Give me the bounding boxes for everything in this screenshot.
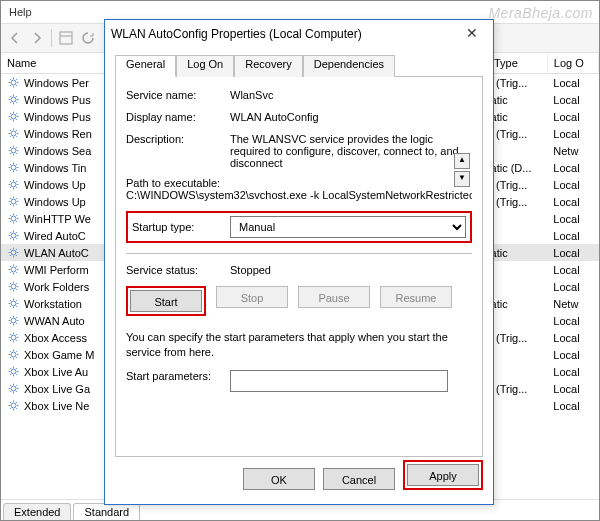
cell-name: Wired AutoC: [1, 227, 121, 244]
label-service-status: Service status:: [126, 264, 224, 276]
gear-icon: [7, 195, 20, 208]
svg-point-15: [11, 250, 16, 255]
menu-help[interactable]: Help: [9, 6, 32, 18]
cell-logon: Local: [547, 261, 598, 278]
col-logon-as[interactable]: Log O: [547, 53, 598, 74]
value-service-name: WlanSvc: [230, 89, 273, 101]
forward-icon[interactable]: [29, 30, 45, 46]
gear-icon: [7, 297, 20, 310]
start-params-note: You can specify the start parameters tha…: [126, 330, 472, 360]
gear-icon: [7, 229, 20, 242]
dialog-bottom-buttons: OK Cancel Apply: [243, 460, 483, 498]
cell-name: WMI Perform: [1, 261, 121, 278]
cell-name: Xbox Live Ne: [1, 397, 121, 414]
col-name[interactable]: Name: [1, 53, 121, 74]
properties-icon[interactable]: [58, 30, 74, 46]
gear-icon: [7, 382, 20, 395]
cell-logon: Local: [547, 244, 598, 261]
tab-extended[interactable]: Extended: [3, 503, 71, 520]
cell-name: WLAN AutoC: [1, 244, 121, 261]
dialog-titlebar[interactable]: WLAN AutoConfig Properties (Local Comput…: [105, 20, 493, 48]
tab-general[interactable]: General: [115, 55, 176, 77]
gear-icon: [7, 127, 20, 140]
gear-icon: [7, 280, 20, 293]
svg-point-22: [11, 369, 16, 374]
value-description: The WLANSVC service provides the logic r…: [230, 133, 460, 167]
startup-type-select[interactable]: Manual: [230, 216, 466, 238]
value-display-name: WLAN AutoConfig: [230, 111, 319, 123]
resume-button: Resume: [380, 286, 452, 308]
tab-dependencies[interactable]: Dependencies: [303, 55, 395, 77]
cell-logon: Local: [547, 329, 598, 346]
gear-icon: [7, 263, 20, 276]
gear-icon: [7, 161, 20, 174]
cell-logon: Local: [547, 108, 598, 125]
scroll-up-icon[interactable]: ▲: [454, 153, 470, 169]
description-scrollbar[interactable]: ▲ ▼: [454, 153, 468, 187]
cell-logon: Local: [547, 176, 598, 193]
cell-logon: Local: [547, 193, 598, 210]
cell-name: Windows Per: [1, 74, 121, 92]
cell-logon: Local: [547, 346, 598, 363]
cell-name: Windows Pus: [1, 91, 121, 108]
cell-name: Workstation: [1, 295, 121, 312]
label-startup-type: Startup type:: [132, 221, 230, 233]
svg-point-12: [11, 199, 16, 204]
cell-logon: Local: [547, 227, 598, 244]
cell-logon: Local: [547, 312, 598, 329]
svg-point-24: [11, 403, 16, 408]
cell-name: WWAN Auto: [1, 312, 121, 329]
value-service-status: Stopped: [230, 264, 271, 276]
highlight-startup-type: Startup type: Manual: [126, 211, 472, 243]
gear-icon: [7, 144, 20, 157]
svg-point-21: [11, 352, 16, 357]
gear-icon: [7, 178, 20, 191]
start-params-input[interactable]: [230, 370, 448, 392]
cell-name: WinHTTP We: [1, 210, 121, 227]
gear-icon: [7, 246, 20, 259]
tab-standard[interactable]: Standard: [73, 503, 140, 520]
label-description: Description:: [126, 133, 224, 145]
cell-logon: Local: [547, 74, 598, 92]
tab-recovery[interactable]: Recovery: [234, 55, 302, 77]
cell-logon: Local: [547, 210, 598, 227]
apply-button[interactable]: Apply: [407, 464, 479, 486]
start-button[interactable]: Start: [130, 290, 202, 312]
svg-point-7: [11, 114, 16, 119]
gear-icon: [7, 348, 20, 361]
back-icon[interactable]: [7, 30, 23, 46]
label-path: Path to executable:: [126, 177, 472, 189]
cell-name: Work Folders: [1, 278, 121, 295]
service-control-buttons: Start Stop Pause Resume: [126, 286, 472, 324]
cell-name: Windows Tin: [1, 159, 121, 176]
cell-name: Windows Ren: [1, 125, 121, 142]
stop-button: Stop: [216, 286, 288, 308]
cell-name: Xbox Live Ga: [1, 380, 121, 397]
cell-logon: Local: [547, 91, 598, 108]
svg-point-19: [11, 318, 16, 323]
cell-logon: Local: [547, 363, 598, 380]
services-window: MeraBheja.com Help ? Name rtup Type Log …: [0, 0, 600, 521]
scroll-down-icon[interactable]: ▼: [454, 171, 470, 187]
svg-point-8: [11, 131, 16, 136]
separator: [126, 253, 472, 254]
cell-name: Xbox Live Au: [1, 363, 121, 380]
cell-logon: Local: [547, 125, 598, 142]
tab-logon[interactable]: Log On: [176, 55, 234, 77]
cell-name: Windows Up: [1, 176, 121, 193]
cell-logon: Netw: [547, 142, 598, 159]
svg-point-23: [11, 386, 16, 391]
close-icon[interactable]: ✕: [457, 23, 487, 45]
label-start-params: Start parameters:: [126, 370, 224, 382]
gear-icon: [7, 76, 20, 89]
cell-name: Windows Sea: [1, 142, 121, 159]
svg-point-5: [11, 80, 16, 85]
cancel-button[interactable]: Cancel: [323, 468, 395, 490]
refresh-icon[interactable]: [80, 30, 96, 46]
svg-point-20: [11, 335, 16, 340]
cell-logon: Local: [547, 278, 598, 295]
ok-button[interactable]: OK: [243, 468, 315, 490]
gear-icon: [7, 331, 20, 344]
svg-point-9: [11, 148, 16, 153]
cell-name: Xbox Game M: [1, 346, 121, 363]
